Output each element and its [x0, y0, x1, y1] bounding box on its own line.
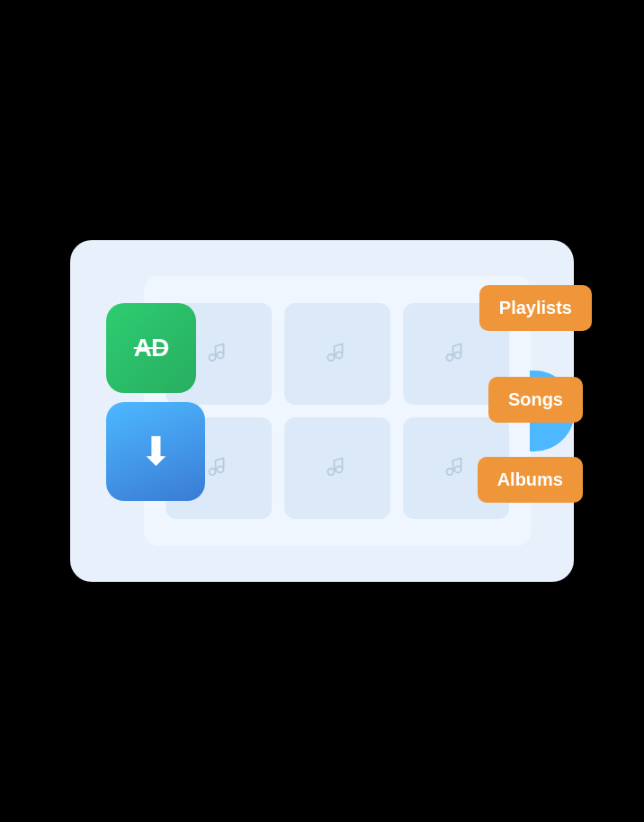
music-tile-5 — [284, 417, 390, 519]
ad-logo: AD — [106, 303, 196, 393]
scene: AD ⬇ Playlists Songs Albums — [0, 0, 644, 822]
download-arrow-icon: ⬇ — [139, 432, 173, 471]
albums-label: Albums — [478, 457, 583, 503]
music-tile-2 — [284, 303, 390, 405]
ad-logo-text: AD — [134, 334, 168, 362]
playlists-label: Playlists — [479, 285, 592, 331]
main-card: AD ⬇ Playlists Songs Albums — [70, 240, 574, 582]
download-button[interactable]: ⬇ — [106, 402, 205, 501]
songs-label: Songs — [488, 377, 583, 423]
